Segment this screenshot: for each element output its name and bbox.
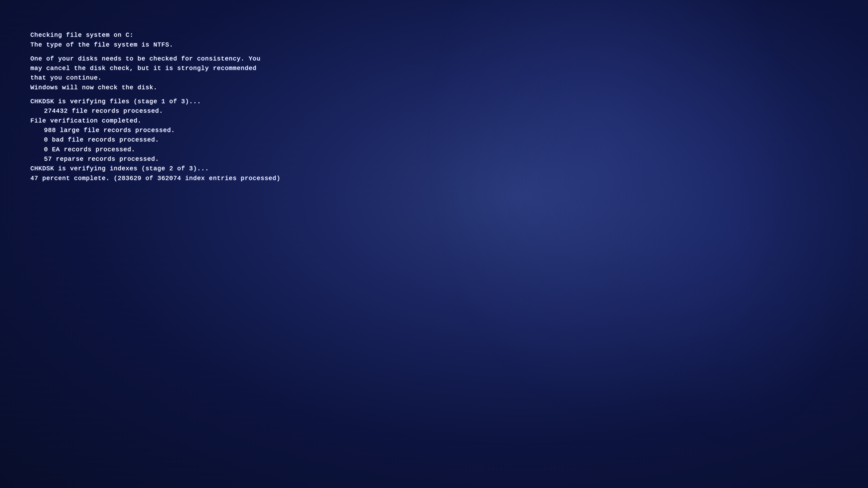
terminal-line-line9: File verification completed. <box>30 116 280 126</box>
terminal-spacer <box>30 92 280 97</box>
terminal-line-line13: 57 reparse records processed. <box>30 154 280 164</box>
terminal-line-line2: The type of the file system is NTFS. <box>30 40 280 50</box>
terminal-output: Checking file system on C:The type of th… <box>30 30 280 183</box>
terminal-line-line1: Checking file system on C: <box>30 30 280 40</box>
terminal-line-line8: 274432 file records processed. <box>30 106 280 116</box>
terminal-line-line15: 47 percent complete. (283629 of 362074 i… <box>30 174 280 183</box>
terminal-line-line12: 0 EA records processed. <box>30 145 280 154</box>
terminal-line-line11: 0 bad file records processed. <box>30 135 280 145</box>
terminal-line-line3: One of your disks needs to be checked fo… <box>30 54 280 64</box>
terminal-line-line4: may cancel the disk check, but it is str… <box>30 64 280 73</box>
terminal-line-line6: Windows will now check the disk. <box>30 83 280 92</box>
terminal-line-line14: CHKDSK is verifying indexes (stage 2 of … <box>30 164 280 173</box>
terminal-spacer <box>30 50 280 54</box>
terminal-line-line7: CHKDSK is verifying files (stage 1 of 3)… <box>30 97 280 106</box>
terminal-line-line10: 988 large file records processed. <box>30 126 280 135</box>
terminal-line-line5: that you continue. <box>30 73 280 83</box>
